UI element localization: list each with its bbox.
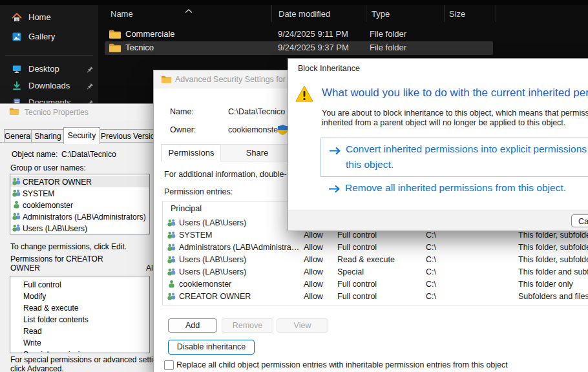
- folder-icon: [109, 29, 121, 39]
- table-row[interactable]: CREATOR OWNER Allow Full control C:\ Sub…: [163, 291, 588, 303]
- cell-applies-to: This folder only: [518, 280, 573, 289]
- cell-type: Allow: [304, 267, 323, 276]
- cell-applies-to: This folder and subfolders: [518, 267, 588, 276]
- cell-inherited-from: C:\: [426, 280, 436, 289]
- column-header-type[interactable]: Type: [372, 9, 390, 19]
- cell-type: Allow: [304, 255, 323, 264]
- cell-principal: CREATOR OWNER: [179, 292, 300, 301]
- warning-icon: [295, 85, 314, 103]
- group-user-list[interactable]: CREATOR OWNER SYSTEM cookiemonster Admin…: [10, 174, 150, 234]
- list-item[interactable]: cookiemonster: [10, 199, 149, 211]
- list-item[interactable]: List folder contents: [10, 314, 149, 326]
- group-icon: [12, 177, 21, 185]
- remove-button[interactable]: Remove: [222, 318, 273, 333]
- list-item[interactable]: Users (LAB\Users): [10, 222, 149, 234]
- list-item[interactable]: Administrators (LAB\Administrators): [10, 211, 149, 222]
- table-row[interactable]: cookiemonster Allow Full control C:\ Thi…: [163, 278, 588, 291]
- cell-type: Allow: [304, 280, 323, 289]
- table-row[interactable]: Users (LAB\Users) Allow Special C:\ This…: [163, 266, 588, 278]
- cell-principal: Users (LAB\Users): [179, 267, 300, 276]
- remove-option-text: Remove all inherited permissions from th…: [345, 182, 566, 194]
- disable-inheritance-button[interactable]: Disable inheritance: [168, 340, 255, 355]
- tab-sharing[interactable]: Sharing: [31, 129, 65, 143]
- user-icon: [167, 280, 176, 288]
- desktop-icon: [12, 64, 22, 74]
- list-item[interactable]: SYSTEM: [10, 187, 149, 199]
- view-button[interactable]: View: [277, 318, 328, 333]
- folder-icon: [109, 43, 121, 53]
- block-dialog-footer: Cancel: [288, 211, 588, 231]
- cell-principal: SYSTEM: [179, 231, 300, 240]
- principal-name: Administrators (LAB\Administrators): [23, 211, 146, 223]
- list-item[interactable]: Read: [10, 326, 149, 337]
- file-type: File folder: [370, 43, 406, 52]
- file-date: 9/24/2025 9:11 PM: [278, 29, 348, 39]
- permissions-for-label-line1: Permissions for CREATOR: [10, 254, 103, 264]
- column-divider[interactable]: [444, 5, 445, 22]
- column-header-date[interactable]: Date modified: [278, 9, 330, 19]
- remove-permissions-option[interactable]: Remove all inherited permissions from th…: [320, 181, 588, 197]
- column-divider[interactable]: [496, 5, 496, 22]
- sidebar-item-label: Desktop: [28, 64, 59, 74]
- column-divider[interactable]: [271, 5, 272, 22]
- replace-child-permissions-label: Replace all child object permission entr…: [176, 360, 508, 369]
- permission-entries-label: Permission entries:: [164, 187, 233, 196]
- file-row-tecnico[interactable]: Tecnico 9/24/2025 9:37 PM File folder: [0, 41, 588, 55]
- sidebar-item-downloads[interactable]: Downloads: [4, 78, 94, 94]
- file-date: 9/24/2025 9:37 PM: [278, 43, 349, 52]
- tab-security[interactable]: Security: [63, 127, 100, 144]
- explorer-top-strip: [0, 0, 588, 5]
- tab-permissions[interactable]: Permissions: [161, 144, 222, 161]
- add-button[interactable]: Add: [168, 318, 217, 333]
- properties-dialog: Tecnico Properties General Sharing Secur…: [0, 103, 154, 372]
- cell-inherited-from: C:\: [426, 267, 436, 276]
- owner-label: Owner:: [170, 125, 196, 134]
- cell-inherited-from: C:\: [426, 292, 436, 301]
- home-icon: [12, 12, 22, 23]
- cell-type: Allow: [304, 243, 323, 252]
- column-header-size[interactable]: Size: [449, 9, 465, 19]
- convert-permissions-option[interactable]: Convert inherited permissions into expli…: [320, 138, 588, 177]
- sidebar-item-label: Downloads: [28, 81, 70, 90]
- sidebar-item-desktop[interactable]: Desktop: [4, 61, 94, 78]
- group-icon: [167, 231, 176, 239]
- cell-principal: Users (LAB\Users): [179, 218, 300, 227]
- owner-value: cookiemonster: [228, 125, 280, 134]
- tab-share[interactable]: Share: [220, 144, 294, 161]
- list-item[interactable]: CREATOR OWNER: [10, 176, 149, 187]
- properties-titlebar[interactable]: Tecnico Properties: [0, 104, 154, 121]
- list-item[interactable]: Modify: [10, 291, 149, 302]
- group-icon: [12, 223, 21, 232]
- sort-ascending-icon[interactable]: [185, 5, 193, 16]
- table-row[interactable]: Administrators (LAB\Administrators) Allo…: [163, 242, 588, 254]
- cell-type: Allow: [304, 231, 323, 240]
- group-icon: [167, 218, 176, 227]
- group-icon: [12, 189, 21, 197]
- cell-inherited-from: C:\: [426, 255, 436, 264]
- group-icon: [167, 292, 176, 300]
- list-item[interactable]: Read & execute: [10, 302, 149, 314]
- principal-column-header[interactable]: Principal: [171, 204, 202, 213]
- table-row[interactable]: Users (LAB\Users) Allow Read & execute C…: [163, 254, 588, 266]
- group-icon: [167, 267, 176, 276]
- cell-access: Full control: [337, 292, 377, 301]
- list-item[interactable]: Full control: [10, 279, 149, 291]
- cell-access: Read & execute: [337, 255, 395, 264]
- cancel-button[interactable]: Cancel: [571, 214, 588, 227]
- sidebar-item-home[interactable]: Home: [4, 9, 94, 26]
- advanced-hint-line1: For special permissions or advanced sett…: [10, 355, 167, 364]
- group-user-names-label: Group or user names:: [10, 163, 86, 172]
- list-item[interactable]: Write: [10, 337, 149, 349]
- list-item[interactable]: Special permissions: [10, 349, 149, 353]
- file-row-commerciale[interactable]: Commerciale 9/24/2025 9:11 PM File folde…: [0, 28, 588, 41]
- name-label: Name:: [170, 107, 194, 116]
- permissions-list[interactable]: Full control Modify Read & execute List …: [10, 276, 150, 353]
- file-type: File folder: [370, 29, 406, 39]
- block-dialog-heading: What would you like to do with the curre…: [322, 87, 588, 99]
- tab-general[interactable]: General: [4, 129, 32, 143]
- folder-icon: [9, 107, 19, 116]
- replace-child-permissions-checkbox[interactable]: [164, 360, 174, 370]
- file-name: Tecnico: [125, 43, 154, 52]
- column-header-name[interactable]: Name: [110, 9, 133, 19]
- column-divider[interactable]: [366, 5, 366, 22]
